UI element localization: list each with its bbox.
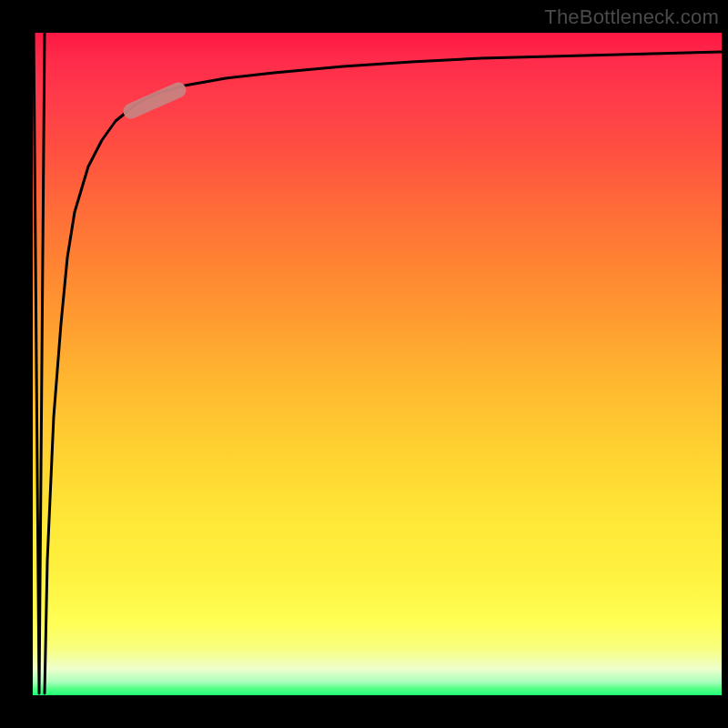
highlight-segment (131, 90, 178, 111)
spike-path (34, 33, 45, 693)
main-curve-path (45, 52, 722, 693)
curve-layer (33, 33, 722, 695)
watermark-text: TheBottleneck.com (544, 5, 719, 29)
plot-area (33, 33, 722, 695)
chart-canvas: TheBottleneck.com (0, 0, 728, 728)
